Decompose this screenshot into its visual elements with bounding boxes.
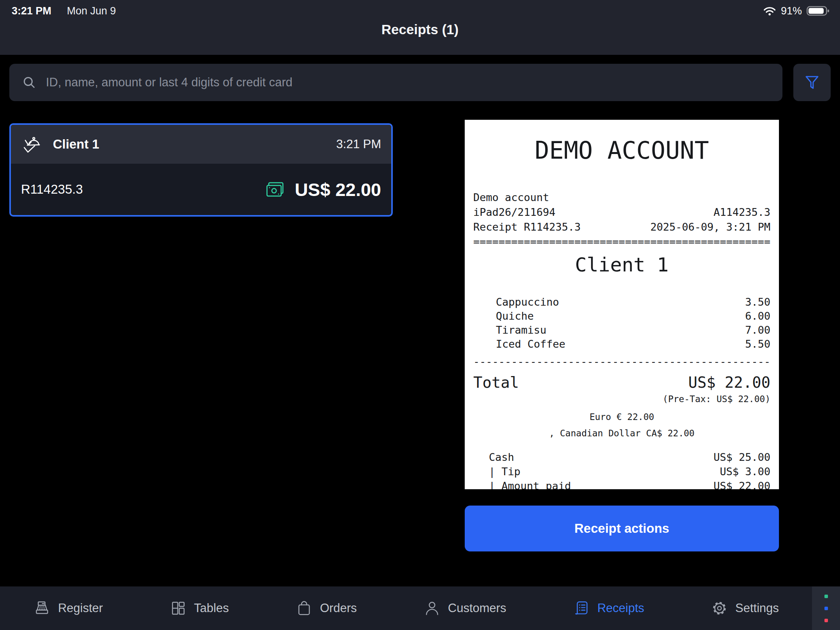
receipt-card-body: R114235.3 US$ 22.00 [11, 164, 391, 215]
receipt-account: Demo account [473, 190, 549, 205]
tab-receipts[interactable]: Receipts [572, 599, 644, 617]
register-icon [33, 599, 51, 617]
cash-icon [265, 180, 285, 198]
battery-percent: 91% [781, 5, 802, 17]
status-indicator-strip [812, 586, 840, 630]
receipt-device: iPad26/211694 [473, 205, 555, 220]
conversion-euro: Euro € 22.00 [473, 411, 770, 423]
receipt-items: Cappuccino 3.50 Quiche 6.00 Tiramisu 7.0… [473, 295, 770, 351]
receipt-actions-button[interactable]: Receipt actions [465, 506, 779, 551]
search-bar [9, 64, 782, 101]
green-status-dot [824, 595, 828, 598]
serving-icon [21, 133, 44, 156]
receipt-item: Tiramisu 7.00 [496, 323, 770, 337]
filter-button[interactable] [793, 64, 831, 101]
client-name: Client 1 [53, 137, 99, 152]
receipt-datetime: 2025-06-09, 3:21 PM [650, 220, 770, 234]
divider-dashed: ----------------------------------------… [473, 354, 770, 369]
tab-tables[interactable]: Tables [169, 599, 229, 617]
receipt-merchant: DEMO ACCOUNT [473, 135, 770, 166]
tab-orders[interactable]: Orders [295, 599, 357, 617]
app-screen: 3:21 PM Mon Jun 9 91% [0, 0, 840, 630]
conversion-cad: , Canadian Dollar CA$ 22.00 [473, 427, 770, 439]
tab-settings[interactable]: Settings [710, 599, 779, 617]
tab-label: Tables [194, 601, 229, 615]
payment-row: | Tip US$ 3.00 [489, 464, 770, 479]
receipt-amount: US$ 22.00 [295, 179, 381, 200]
status-date: Mon Jun 9 [67, 5, 116, 17]
red-status-dot [824, 619, 828, 622]
receipt-card-header: Client 1 3:21 PM [11, 125, 391, 164]
total-amount: US$ 22.00 [688, 373, 770, 392]
tab-label: Register [58, 601, 103, 615]
settings-gear-icon [710, 599, 728, 617]
blue-status-dot [824, 607, 828, 610]
search-icon [22, 75, 37, 90]
customers-icon [423, 599, 441, 617]
receipt-payments: Cash US$ 25.00 | Tip US$ 3.00 | Amount p… [473, 450, 770, 489]
tab-register[interactable]: Register [33, 599, 103, 617]
orders-icon [295, 599, 313, 617]
receipt-time: 3:21 PM [336, 137, 381, 151]
tab-label: Settings [735, 601, 779, 615]
tab-label: Orders [320, 601, 357, 615]
battery-icon [807, 5, 830, 16]
total-label: Total [473, 373, 519, 392]
app-header: 3:21 PM Mon Jun 9 91% [0, 0, 840, 55]
receipt-number: Receipt R114235.3 [473, 220, 581, 234]
filter-icon [803, 74, 821, 91]
receipt-item: Cappuccino 3.50 [496, 295, 770, 309]
tab-label: Customers [448, 601, 506, 615]
page-title: Receipts (1) [0, 22, 840, 37]
receipt-id: R114235.3 [21, 182, 83, 197]
tab-label: Receipts [597, 601, 644, 615]
receipt-item: Iced Coffee 5.50 [496, 337, 770, 351]
receipt-client: Client 1 [473, 252, 770, 277]
search-input[interactable] [45, 75, 782, 90]
pretax-amount: (Pre-Tax: US$ 22.00) [473, 393, 770, 405]
status-bar: 3:21 PM Mon Jun 9 91% [12, 3, 830, 19]
divider-double: ========================================… [473, 234, 770, 249]
receipt-item: Quiche 6.00 [496, 309, 770, 323]
tables-icon [169, 599, 187, 617]
tab-bar: Register Tables [0, 586, 840, 630]
status-time: 3:21 PM [12, 5, 51, 17]
tab-customers[interactable]: Customers [423, 599, 506, 617]
receipt-list-item[interactable]: Client 1 3:21 PM R114235.3 US$ 22.00 [9, 123, 393, 217]
wifi-icon [763, 6, 776, 16]
receipts-icon [572, 599, 590, 617]
receipt-ref: A114235.3 [714, 205, 770, 220]
payment-row: | Amount paid US$ 22.00 [489, 479, 770, 489]
receipt-preview: DEMO ACCOUNT Demo account iPad26/211694 … [465, 120, 779, 489]
payment-row: Cash US$ 25.00 [489, 450, 770, 464]
